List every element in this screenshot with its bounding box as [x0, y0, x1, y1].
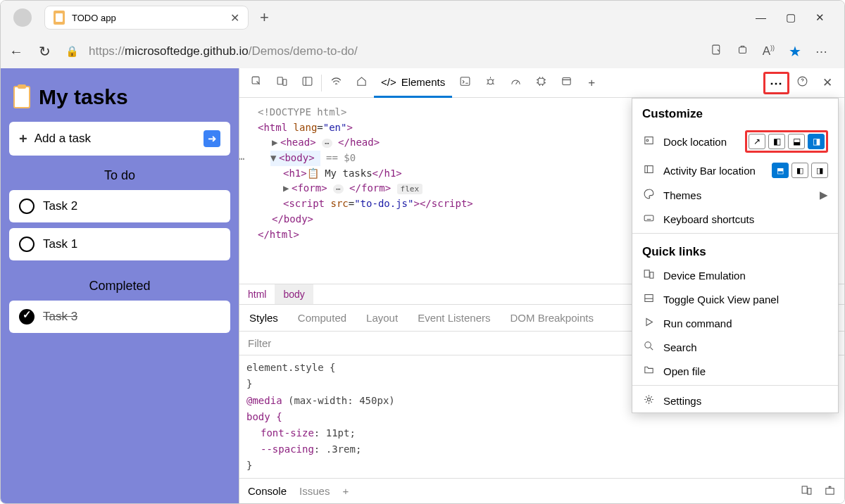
browser-menu-icon[interactable]: ⋯: [815, 44, 827, 59]
drawer: Console Issues +: [239, 478, 844, 503]
dock-undock-icon[interactable]: ↗: [749, 134, 765, 149]
search-icon: [642, 340, 655, 354]
device-icon: [642, 268, 655, 282]
crumb-body[interactable]: body: [275, 284, 313, 304]
tab-computed[interactable]: Computed: [288, 305, 356, 331]
debugger-icon[interactable]: [477, 75, 503, 91]
svg-rect-23: [649, 272, 653, 279]
search-row[interactable]: Search: [632, 335, 838, 359]
play-icon: [642, 316, 655, 330]
dock-side-icon[interactable]: [294, 75, 320, 91]
window-close-icon[interactable]: ✕: [815, 11, 825, 24]
dock-location-icon: [642, 134, 655, 149]
activity-left-icon[interactable]: ◧: [791, 163, 808, 178]
read-aloud-icon[interactable]: A)): [763, 44, 775, 58]
memory-icon[interactable]: [528, 75, 553, 91]
application-icon[interactable]: [553, 75, 579, 91]
devtools-close-icon[interactable]: ✕: [815, 75, 840, 90]
add-task-input[interactable]: + Add a task ➜: [9, 122, 230, 156]
svg-rect-21: [644, 215, 653, 221]
customize-title: Customize: [632, 99, 838, 125]
svg-line-9: [515, 81, 518, 84]
svg-point-26: [644, 342, 651, 348]
todo-app-pane: My tasks + Add a task ➜ To do Task 2 Tas…: [1, 68, 239, 503]
svg-rect-14: [802, 486, 807, 493]
tab-styles[interactable]: Styles: [239, 305, 288, 331]
dock-location-row: Dock location ↗ ◧ ⬓ ◨: [632, 125, 838, 158]
network-icon[interactable]: [323, 75, 349, 91]
drawer-expand-icon[interactable]: [824, 484, 836, 498]
themes-row[interactable]: Themes ▶: [632, 183, 838, 207]
dock-left-icon[interactable]: ◧: [768, 134, 785, 149]
inspect-icon[interactable]: [244, 75, 269, 91]
activity-bar-row: Activity Bar location ⬒ ◧ ◨: [632, 158, 838, 183]
drawer-add-icon[interactable]: +: [342, 485, 349, 497]
drawer-dock-icon[interactable]: [801, 484, 813, 498]
profile-avatar[interactable]: [13, 8, 32, 27]
tab-close-icon[interactable]: ✕: [230, 11, 239, 25]
svg-rect-22: [644, 270, 649, 277]
customize-menu: Customize Dock location ↗ ◧ ⬓ ◨ Activity…: [632, 98, 839, 413]
svg-point-8: [488, 79, 493, 84]
help-icon[interactable]: [789, 75, 815, 91]
activity-bar-icon: [642, 163, 655, 177]
task-row[interactable]: Task 1: [9, 228, 230, 260]
chevron-right-icon: ▶: [820, 189, 828, 201]
svg-rect-0: [712, 45, 719, 54]
tab-elements[interactable]: </> Elements: [374, 68, 452, 98]
browser-tab[interactable]: TODO app ✕: [44, 6, 249, 30]
svg-rect-11: [563, 77, 570, 84]
dock-bottom-icon[interactable]: ⬓: [788, 134, 805, 149]
submit-arrow-icon[interactable]: ➜: [204, 130, 220, 147]
performance-icon[interactable]: [503, 75, 528, 91]
svg-point-28: [647, 398, 650, 401]
task-checkbox-done-icon[interactable]: [19, 309, 35, 325]
task-label: Task 2: [43, 199, 77, 213]
svg-rect-15: [808, 488, 811, 494]
edit-page-icon[interactable]: [711, 44, 722, 59]
console-icon[interactable]: [452, 75, 477, 91]
app-title: My tasks: [39, 85, 128, 109]
activity-top-icon[interactable]: ⬒: [772, 163, 789, 178]
tab-event-listeners[interactable]: Event Listeners: [408, 305, 500, 331]
run-command-row[interactable]: Run command: [632, 311, 838, 335]
drawer-tab-issues[interactable]: Issues: [299, 485, 330, 497]
task-row[interactable]: Task 3: [9, 301, 230, 333]
palette-icon: [642, 188, 655, 202]
section-completed-header: Completed: [9, 266, 230, 301]
settings-row[interactable]: Settings: [632, 389, 838, 412]
device-toggle-icon[interactable]: [269, 75, 294, 91]
window-maximize-icon[interactable]: ▢: [786, 11, 796, 24]
add-task-placeholder: Add a task: [35, 132, 196, 146]
tab-dom-breakpoints[interactable]: DOM Breakpoints: [501, 305, 603, 331]
svg-rect-19: [644, 166, 652, 173]
tab-layout[interactable]: Layout: [356, 305, 408, 331]
svg-rect-1: [739, 47, 746, 53]
home-icon[interactable]: [349, 75, 374, 91]
device-emulation-row[interactable]: Device Emulation: [632, 263, 838, 287]
devtools-more-button[interactable]: ⋯: [763, 72, 789, 94]
task-row[interactable]: Task 2: [9, 190, 230, 222]
activity-right-icon[interactable]: ◨: [811, 163, 828, 178]
new-tab-button[interactable]: +: [254, 8, 275, 27]
svg-rect-16: [826, 488, 834, 494]
task-checkbox-icon[interactable]: [19, 199, 35, 214]
folder-icon: [642, 364, 655, 378]
dock-right-icon[interactable]: ◨: [808, 134, 825, 149]
keyboard-shortcuts-row[interactable]: Keyboard shortcuts: [632, 207, 838, 234]
row-menu-icon[interactable]: ⋯: [239, 151, 244, 167]
address-bar[interactable]: 🔒 https://microsoftedge.github.io/Demos/…: [65, 44, 696, 58]
add-tab-icon[interactable]: +: [579, 76, 604, 90]
collections-icon[interactable]: [737, 44, 749, 59]
lock-icon: 🔒: [65, 45, 79, 58]
toggle-quick-view-row[interactable]: Toggle Quick View panel: [632, 287, 838, 311]
refresh-button[interactable]: ↻: [37, 43, 51, 60]
drawer-tab-console[interactable]: Console: [248, 485, 287, 497]
favorite-star-icon[interactable]: ★: [789, 43, 801, 60]
open-file-row[interactable]: Open file: [632, 359, 838, 386]
crumb-html[interactable]: html: [239, 284, 275, 304]
window-minimize-icon[interactable]: —: [756, 11, 766, 24]
clipboard-icon: [13, 86, 30, 108]
back-button[interactable]: ←: [9, 44, 23, 60]
task-checkbox-icon[interactable]: [19, 237, 35, 252]
